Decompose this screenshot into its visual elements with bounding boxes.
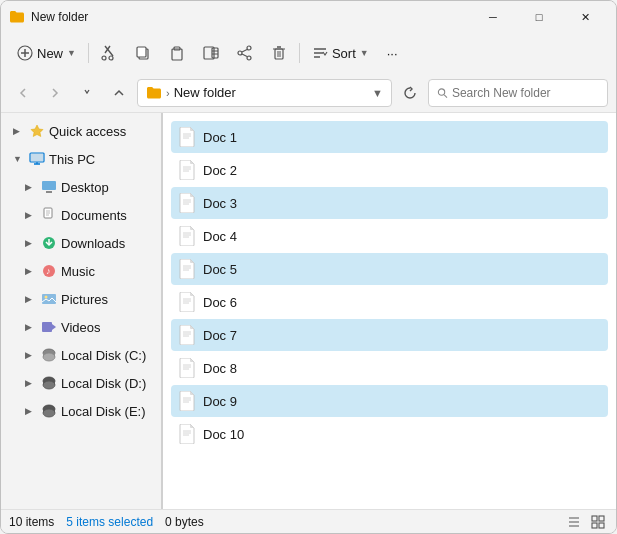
svg-point-6 [109,56,113,60]
paste-icon [169,45,185,61]
path-dropdown-icon[interactable]: ▼ [372,87,383,99]
list-view-button[interactable] [564,512,584,532]
videos-icon [41,319,57,335]
up-button[interactable] [105,79,133,107]
maximize-button[interactable]: □ [516,1,562,33]
share-icon [237,45,253,61]
pictures-icon [41,291,57,307]
sidebar-item-videos[interactable]: ▶ Videos [5,313,157,341]
file-doc-icon [179,424,195,444]
file-item[interactable]: Doc 10 [171,418,608,450]
desktop-chevron: ▶ [25,182,37,192]
share-button[interactable] [229,37,261,69]
close-button[interactable]: ✕ [562,1,608,33]
svg-rect-9 [172,49,182,60]
svg-marker-30 [31,125,43,137]
search-box[interactable] [428,79,608,107]
sidebar-downloads-label: Downloads [61,236,125,251]
back-button[interactable] [9,79,37,107]
sidebar-item-music[interactable]: ▶ ♪ Music [5,257,157,285]
refresh-button[interactable] [396,79,424,107]
grid-view-icon [591,515,605,529]
rename-icon [203,45,219,61]
svg-point-28 [438,88,444,94]
file-item[interactable]: Doc 6 [171,286,608,318]
sidebar-item-pictures[interactable]: ▶ Pictures [5,285,157,313]
file-name: Doc 7 [203,328,237,343]
cut-button[interactable] [93,37,125,69]
svg-rect-91 [592,516,597,521]
svg-rect-35 [42,181,56,190]
recent-icon [82,88,92,98]
music-chevron: ▶ [25,266,37,276]
toolbar: New ▼ [1,33,616,73]
window: New folder ─ □ ✕ New ▼ [0,0,617,534]
file-item[interactable]: Doc 2 [171,154,608,186]
sort-button[interactable]: Sort ▼ [304,37,377,69]
downloads-icon [41,235,57,251]
list-view-icon [567,515,581,529]
file-name: Doc 5 [203,262,237,277]
svg-rect-92 [599,516,604,521]
quick-access-icon [29,123,45,139]
back-icon [17,87,29,99]
file-doc-icon [179,292,195,312]
delete-button[interactable] [263,37,295,69]
grid-view-button[interactable] [588,512,608,532]
file-item[interactable]: Doc 8 [171,352,608,384]
svg-rect-47 [42,322,52,332]
copy-button[interactable] [127,37,159,69]
sidebar-item-local-e[interactable]: ▶ Local Disk (E:) [5,397,157,425]
path-separator: › [166,87,170,99]
status-left: 10 items 5 items selected 0 bytes [9,515,204,529]
svg-rect-8 [137,47,146,57]
item-count: 10 items [9,515,54,529]
new-icon [17,45,33,61]
new-label: New [37,46,63,61]
status-right [564,512,608,532]
recent-button[interactable] [73,79,101,107]
search-input[interactable] [452,86,599,100]
sidebar-item-quick-access[interactable]: ▶ Quick access [5,117,157,145]
path-text: New folder [174,85,368,100]
file-name: Doc 10 [203,427,244,442]
svg-rect-94 [599,523,604,528]
rename-button[interactable] [195,37,227,69]
sidebar-item-local-d[interactable]: ▶ Local Disk (D:) [5,369,157,397]
new-button[interactable]: New ▼ [9,37,84,69]
address-path[interactable]: › New folder ▼ [137,79,392,107]
sidebar-local-c-label: Local Disk (C:) [61,348,146,363]
sidebar-item-desktop[interactable]: ▶ Desktop [5,173,157,201]
more-options-button[interactable]: ··· [379,37,406,69]
file-item[interactable]: Doc 5 [171,253,608,285]
more-icon: ··· [387,46,398,61]
sidebar-item-downloads[interactable]: ▶ Downloads [5,229,157,257]
this-pc-icon [29,151,45,167]
sidebar-documents-label: Documents [61,208,127,223]
file-item[interactable]: Doc 4 [171,220,608,252]
window-title: New folder [31,10,470,24]
selected-size: 0 bytes [165,515,204,529]
sidebar: ▶ Quick access ▼ [1,113,161,509]
sidebar-item-documents[interactable]: ▶ Documents [5,201,157,229]
file-item[interactable]: Doc 7 [171,319,608,351]
file-doc-icon [179,160,195,180]
local-e-chevron: ▶ [25,406,37,416]
documents-icon [41,207,57,223]
svg-rect-12 [212,48,218,58]
path-folder-icon [146,85,162,101]
paste-button[interactable] [161,37,193,69]
file-item[interactable]: Doc 9 [171,385,608,417]
sidebar-item-this-pc[interactable]: ▼ This PC [5,145,157,173]
toolbar-separator-1 [88,43,89,63]
sidebar-item-local-c[interactable]: ▶ Local Disk (C:) [5,341,157,369]
file-item[interactable]: Doc 1 [171,121,608,153]
svg-point-17 [238,51,242,55]
title-bar: New folder ─ □ ✕ [1,1,616,33]
forward-button[interactable] [41,79,69,107]
file-doc-icon [179,127,195,147]
file-doc-icon [179,193,195,213]
file-item[interactable]: Doc 3 [171,187,608,219]
sidebar-music-label: Music [61,264,95,279]
minimize-button[interactable]: ─ [470,1,516,33]
